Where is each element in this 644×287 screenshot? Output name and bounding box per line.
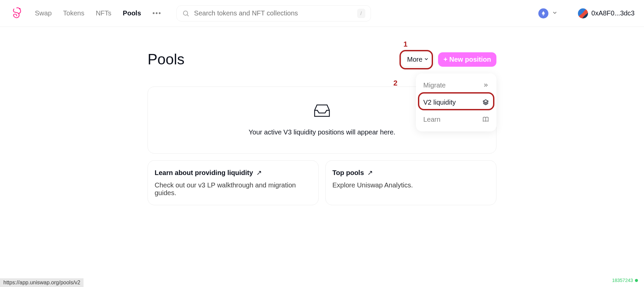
more-button-label: More xyxy=(407,56,423,63)
nav-nfts[interactable]: NFTs xyxy=(96,9,111,17)
nav-more-icon[interactable]: ••• xyxy=(153,9,162,17)
ethereum-icon xyxy=(538,8,548,18)
inbox-icon xyxy=(312,103,332,118)
card-title: Top pools ↗ xyxy=(332,169,489,177)
dropdown-item-label: Migrate xyxy=(423,81,446,89)
book-icon xyxy=(482,116,489,123)
svg-line-2 xyxy=(187,15,189,16)
annotation-label-2: 2 xyxy=(393,79,397,88)
external-link-icon: ↗ xyxy=(256,169,262,176)
annotation-label-1: 1 xyxy=(404,40,408,49)
wallet-address: 0xA8F0...3dc3 xyxy=(591,9,635,17)
dropdown-item-label: V2 liquidity xyxy=(423,99,456,106)
layers-icon xyxy=(482,99,489,106)
network-selector[interactable] xyxy=(538,8,558,18)
block-number-indicator[interactable]: 18357243 xyxy=(612,278,638,283)
dropdown-learn[interactable]: Learn xyxy=(416,111,496,128)
svg-point-0 xyxy=(19,8,20,9)
double-chevron-right-icon xyxy=(482,82,489,89)
search-container: / xyxy=(176,5,371,21)
page-header: Pools More + New position 1 Migrate xyxy=(148,51,496,68)
header-right: 0xA8F0...3dc3 xyxy=(538,8,635,18)
external-link-icon: ↗ xyxy=(367,169,373,176)
card-title-text: Top pools xyxy=(332,169,364,176)
page-title: Pools xyxy=(148,51,184,68)
search-bar[interactable]: / xyxy=(176,5,371,21)
card-subtitle: Explore Uniswap Analytics. xyxy=(332,181,489,189)
learn-liquidity-card[interactable]: Learn about providing liquidity ↗ Check … xyxy=(148,160,319,205)
new-position-button[interactable]: + New position xyxy=(438,52,496,67)
more-button[interactable]: More xyxy=(401,52,435,67)
main-content: Pools More + New position 1 Migrate xyxy=(148,27,496,205)
top-pools-card[interactable]: Top pools ↗ Explore Uniswap Analytics. xyxy=(325,160,496,205)
nav-swap[interactable]: Swap xyxy=(35,9,52,17)
dropdown-item-label: Learn xyxy=(423,116,440,123)
chevron-down-icon xyxy=(552,10,558,17)
card-title-text: Learn about providing liquidity xyxy=(155,169,253,176)
chevron-down-icon xyxy=(424,56,429,63)
svg-point-1 xyxy=(183,11,187,15)
dropdown-migrate[interactable]: Migrate xyxy=(416,77,496,94)
dropdown-v2-liquidity[interactable]: V2 liquidity xyxy=(416,94,496,111)
card-title: Learn about providing liquidity ↗ xyxy=(155,169,312,177)
nav-pools[interactable]: Pools xyxy=(123,9,141,17)
page-actions: More + New position 1 Migrate xyxy=(401,52,496,67)
search-input[interactable] xyxy=(194,9,353,17)
nav-tokens[interactable]: Tokens xyxy=(63,9,84,17)
main-nav: Swap Tokens NFTs Pools ••• xyxy=(35,9,162,17)
header: Swap Tokens NFTs Pools ••• / xyxy=(0,0,644,27)
uniswap-logo[interactable] xyxy=(9,6,23,20)
card-subtitle: Check out our v3 LP walkthrough and migr… xyxy=(155,181,312,197)
more-dropdown: Migrate V2 liquidity xyxy=(416,73,496,131)
search-shortcut-key: / xyxy=(357,9,365,18)
status-bar-url: https://app.uniswap.org/pools/v2 xyxy=(0,278,84,287)
wallet-button[interactable]: 0xA8F0...3dc3 xyxy=(578,8,635,18)
search-icon xyxy=(182,10,190,17)
svg-marker-3 xyxy=(483,100,488,103)
wallet-avatar-icon xyxy=(578,8,588,18)
info-cards: Learn about providing liquidity ↗ Check … xyxy=(148,160,496,205)
